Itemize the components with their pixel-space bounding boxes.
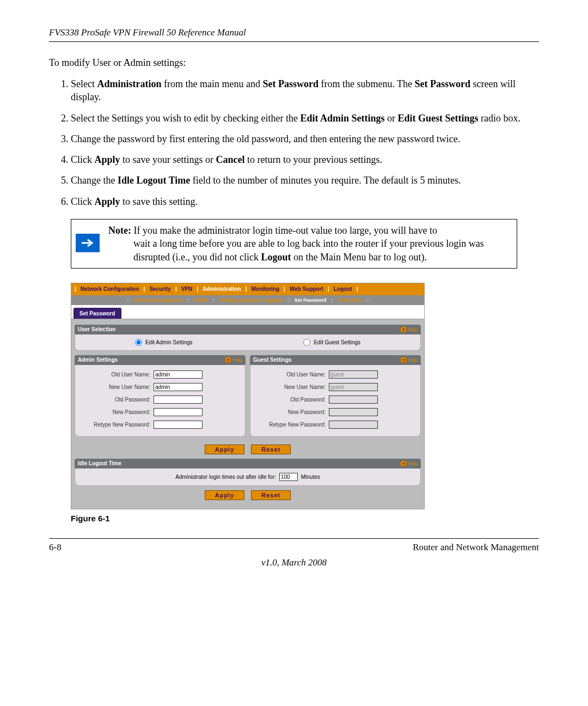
menu-administration[interactable]: Administration xyxy=(201,286,242,292)
guest-old-pw-input xyxy=(329,395,378,404)
main-menu-bar: | Network Configuration| Security| VPN| … xyxy=(71,283,424,295)
guest-old-pw-label: Old Password: xyxy=(255,397,329,403)
tab-set-password[interactable]: Set Password xyxy=(74,308,121,319)
admin-settings-header: Admin Settings ?help xyxy=(75,355,246,365)
page-number: 6-8 xyxy=(49,542,62,553)
tab-row: Set Password xyxy=(71,305,424,319)
idle-text: Administrator login times out after idle… xyxy=(175,474,276,480)
intro-text: To modify User or Admin settings: xyxy=(49,57,539,69)
router-ui-figure: | Network Configuration| Security| VPN| … xyxy=(71,283,425,509)
step-4: Click Apply to save your settings or Can… xyxy=(71,153,539,166)
guest-old-user-input xyxy=(329,370,378,379)
admin-new-user-label: New User Name: xyxy=(79,384,154,390)
help-icon: ? xyxy=(400,326,407,333)
menu-network-config[interactable]: Network Configuration xyxy=(79,286,140,292)
step-5: Change the Idle Logout Time field to the… xyxy=(71,174,539,187)
help-link[interactable]: ?help xyxy=(225,357,242,363)
admin-new-pw-input[interactable] xyxy=(154,408,203,416)
guest-retype-pw-label: Retype New Password: xyxy=(255,422,329,428)
idle-timeout-input[interactable] xyxy=(279,473,298,481)
edit-guest-label: Edit Guest Settings xyxy=(314,339,360,345)
submenu-remote-mgmt[interactable]: Remote Management xyxy=(133,297,185,303)
menu-security[interactable]: Security xyxy=(148,286,171,292)
reset-button-2[interactable]: Reset xyxy=(251,490,291,500)
menu-logout[interactable]: Logout xyxy=(333,286,353,292)
admin-old-pw-input[interactable] xyxy=(154,395,203,404)
admin-old-user-input[interactable] xyxy=(154,370,203,379)
admin-retype-pw-label: Retype New Password: xyxy=(79,422,154,428)
submenu-set-password[interactable]: Set Password xyxy=(293,297,328,303)
help-icon: ? xyxy=(225,357,231,363)
steps-list: Select Administration from the main menu… xyxy=(49,77,539,208)
arrow-right-icon xyxy=(76,234,100,252)
guest-new-user-label: New User Name: xyxy=(255,384,329,390)
admin-old-pw-label: Old Password: xyxy=(79,397,154,403)
guest-new-user-input xyxy=(329,383,378,391)
step-1: Select Administration from the main menu… xyxy=(71,77,539,104)
apply-button-2[interactable]: Apply xyxy=(205,490,245,500)
guest-retype-pw-input xyxy=(329,421,378,429)
header-rule xyxy=(49,41,539,42)
help-icon: ? xyxy=(400,460,407,467)
submenu-time-zone[interactable]: Time Zone xyxy=(336,297,363,303)
figure-label: Figure 6-1 xyxy=(71,514,539,523)
help-link[interactable]: ?help xyxy=(400,357,418,363)
edit-admin-radio[interactable] xyxy=(135,339,142,346)
admin-new-user-input[interactable] xyxy=(154,383,203,391)
idle-logout-header: Idle Logout Time ?help xyxy=(75,459,421,468)
idle-unit: Minutes xyxy=(301,474,320,480)
user-selection-header: User Selection ?help xyxy=(75,325,421,334)
apply-button-1[interactable]: Apply xyxy=(205,445,245,454)
admin-new-pw-label: New Password: xyxy=(79,409,154,415)
guest-new-pw-label: New Password: xyxy=(255,409,329,415)
note-text: Note: If you make the administrator logi… xyxy=(106,224,510,264)
menu-vpn[interactable]: VPN xyxy=(180,286,194,292)
help-icon: ? xyxy=(400,357,407,363)
edit-admin-label: Edit Admin Settings xyxy=(145,339,193,345)
admin-old-user-label: Old User Name: xyxy=(79,372,154,378)
guest-settings-header: Guest Settings ?help xyxy=(250,355,421,365)
submenu-snmp[interactable]: SNMP xyxy=(193,297,209,303)
doc-version: v1.0, March 2008 xyxy=(49,557,539,568)
section-name: Router and Network Management xyxy=(413,542,539,553)
step-3: Change the password by first entering th… xyxy=(71,132,539,145)
menu-monitoring[interactable]: Monitoring xyxy=(250,286,280,292)
help-link[interactable]: ?help xyxy=(400,460,418,467)
reset-button-1[interactable]: Reset xyxy=(251,445,291,454)
help-link[interactable]: ?help xyxy=(400,326,418,333)
note-box: Note: If you make the administrator logi… xyxy=(71,219,517,269)
edit-guest-radio[interactable] xyxy=(303,339,310,346)
step-2: Select the Settings you wish to edit by … xyxy=(71,112,539,125)
footer-rule xyxy=(49,538,539,539)
guest-old-user-label: Old User Name: xyxy=(255,372,329,378)
menu-web-support[interactable]: Web Support xyxy=(289,286,324,292)
submenu-backup-upgrade[interactable]: Settings Backup & Upgrade xyxy=(218,297,285,303)
admin-retype-pw-input[interactable] xyxy=(154,421,203,429)
sub-menu-bar: :: Remote Management:: SNMP:: Settings B… xyxy=(71,295,424,305)
guest-new-pw-input xyxy=(329,408,378,416)
step-6: Click Apply to save this setting. xyxy=(71,195,539,208)
doc-header-title: FVS338 ProSafe VPN Firewall 50 Reference… xyxy=(49,27,539,38)
